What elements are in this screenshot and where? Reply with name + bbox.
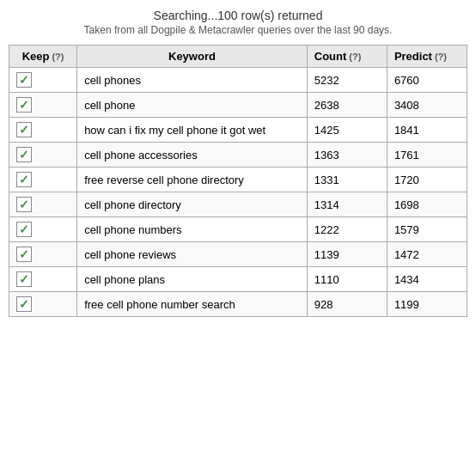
count-cell: 2638 bbox=[307, 93, 387, 118]
keep-cell: ✓ bbox=[9, 242, 77, 267]
predict-cell: 1199 bbox=[387, 292, 467, 317]
count-cell: 1331 bbox=[307, 168, 387, 192]
header-title: Searching...100 row(s) returned bbox=[9, 9, 467, 22]
col-header-keyword: Keyword bbox=[77, 46, 308, 68]
count-cell: 1222 bbox=[307, 217, 387, 242]
checkmark-icon: ✓ bbox=[19, 124, 29, 136]
keep-cell: ✓ bbox=[9, 292, 77, 317]
predict-cell: 6760 bbox=[387, 68, 467, 93]
keyword-cell: free cell phone number search bbox=[77, 292, 308, 317]
predict-cell: 1698 bbox=[387, 192, 467, 217]
keep-cell: ✓ bbox=[9, 217, 77, 242]
keyword-cell: cell phones bbox=[77, 68, 308, 93]
keep-checkbox[interactable]: ✓ bbox=[16, 222, 32, 237]
keep-cell: ✓ bbox=[9, 192, 77, 217]
keep-cell: ✓ bbox=[9, 168, 77, 192]
predict-cell: 1579 bbox=[387, 217, 467, 242]
predict-cell: 1472 bbox=[387, 242, 467, 267]
count-cell: 1363 bbox=[307, 143, 387, 168]
table-row: ✓how can i fix my cell phone it got wet1… bbox=[9, 118, 467, 143]
checkmark-icon: ✓ bbox=[19, 223, 29, 235]
col-header-keep: Keep (?) bbox=[9, 46, 77, 68]
header-subtitle: Taken from all Dogpile & Metacrawler que… bbox=[9, 24, 467, 36]
count-cell: 1314 bbox=[307, 192, 387, 217]
checkmark-icon: ✓ bbox=[19, 298, 29, 310]
keep-cell: ✓ bbox=[9, 267, 77, 292]
keep-cell: ✓ bbox=[9, 93, 77, 118]
keep-checkbox[interactable]: ✓ bbox=[16, 247, 32, 262]
keep-cell: ✓ bbox=[9, 143, 77, 168]
predict-cell: 3408 bbox=[387, 93, 467, 118]
keep-checkbox[interactable]: ✓ bbox=[16, 72, 32, 88]
keyword-cell: cell phone bbox=[77, 93, 308, 118]
count-cell: 1139 bbox=[307, 242, 387, 267]
checkmark-icon: ✓ bbox=[19, 149, 29, 161]
predict-label: Predict bbox=[394, 50, 432, 63]
table-row: ✓cell phone numbers12221579 bbox=[9, 217, 467, 242]
keep-checkbox[interactable]: ✓ bbox=[16, 147, 32, 162]
keyword-cell: free reverse cell phone directory bbox=[77, 168, 308, 192]
predict-cell: 1841 bbox=[387, 118, 467, 143]
predict-hint[interactable]: (?) bbox=[435, 52, 447, 62]
checkmark-icon: ✓ bbox=[19, 99, 29, 111]
table-row: ✓free reverse cell phone directory133117… bbox=[9, 168, 467, 192]
keyword-cell: cell phone reviews bbox=[77, 242, 308, 267]
predict-cell: 1761 bbox=[387, 143, 467, 168]
results-table: Keep (?) Keyword Count (?) Predict (?) bbox=[9, 45, 467, 317]
keep-cell: ✓ bbox=[9, 118, 77, 143]
checkmark-icon: ✓ bbox=[19, 174, 29, 186]
keep-label: Keep bbox=[22, 50, 50, 63]
col-header-count: Count (?) bbox=[307, 46, 387, 68]
table-row: ✓cell phone plans11101434 bbox=[9, 267, 467, 292]
count-cell: 1425 bbox=[307, 118, 387, 143]
table-row: ✓free cell phone number search9281199 bbox=[9, 292, 467, 317]
checkmark-icon: ✓ bbox=[19, 198, 29, 210]
count-cell: 5232 bbox=[307, 68, 387, 93]
keep-checkbox[interactable]: ✓ bbox=[16, 296, 32, 312]
table-row: ✓cell phone directory13141698 bbox=[9, 192, 467, 217]
table-row: ✓cell phone accessories13631761 bbox=[9, 143, 467, 168]
checkmark-icon: ✓ bbox=[19, 74, 29, 86]
count-cell: 1110 bbox=[307, 267, 387, 292]
table-row: ✓cell phone26383408 bbox=[9, 93, 467, 118]
keyword-cell: how can i fix my cell phone it got wet bbox=[77, 118, 308, 143]
keep-hint[interactable]: (?) bbox=[52, 52, 64, 62]
table-row: ✓cell phones52326760 bbox=[9, 68, 467, 93]
keyword-label: Keyword bbox=[168, 50, 216, 63]
page-header: Searching...100 row(s) returned Taken fr… bbox=[9, 9, 467, 36]
col-header-predict: Predict (?) bbox=[387, 46, 467, 68]
table-row: ✓cell phone reviews11391472 bbox=[9, 242, 467, 267]
keep-checkbox[interactable]: ✓ bbox=[16, 172, 32, 187]
predict-cell: 1720 bbox=[387, 168, 467, 192]
predict-cell: 1434 bbox=[387, 267, 467, 292]
keep-checkbox[interactable]: ✓ bbox=[16, 197, 32, 212]
count-hint[interactable]: (?) bbox=[349, 52, 361, 62]
keep-checkbox[interactable]: ✓ bbox=[16, 271, 32, 287]
count-label: Count bbox=[314, 50, 347, 63]
checkmark-icon: ✓ bbox=[19, 273, 29, 285]
keyword-cell: cell phone directory bbox=[77, 192, 308, 217]
keep-checkbox[interactable]: ✓ bbox=[16, 97, 32, 113]
count-cell: 928 bbox=[307, 292, 387, 317]
keep-checkbox[interactable]: ✓ bbox=[16, 122, 32, 137]
keep-cell: ✓ bbox=[9, 68, 77, 93]
keyword-cell: cell phone numbers bbox=[77, 217, 308, 242]
checkmark-icon: ✓ bbox=[19, 248, 29, 260]
keyword-cell: cell phone plans bbox=[77, 267, 308, 292]
keyword-cell: cell phone accessories bbox=[77, 143, 308, 168]
